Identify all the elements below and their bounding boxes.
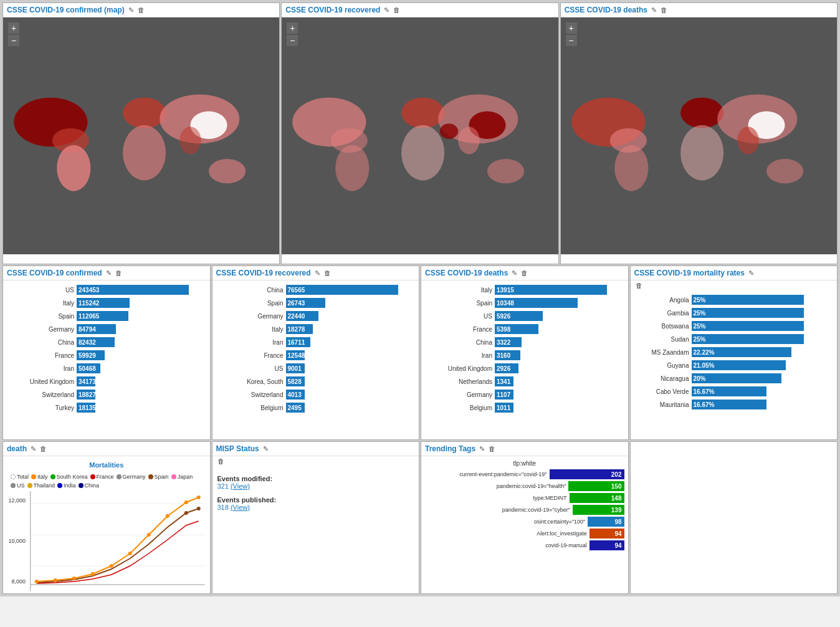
bar: 1341 bbox=[495, 376, 513, 386]
misp-edit[interactable]: ✎ bbox=[263, 445, 269, 453]
svg-point-30 bbox=[737, 127, 758, 154]
bar-value: 3160 bbox=[497, 352, 510, 359]
table-row: Belgium 2495 bbox=[217, 402, 414, 413]
map-confirmed-container: + − bbox=[3, 17, 279, 254]
svg-point-46 bbox=[197, 495, 201, 499]
bar-value: 26743 bbox=[288, 300, 305, 307]
bar-value: 2495 bbox=[288, 404, 302, 411]
empty-panel bbox=[630, 441, 838, 594]
misp-events-modified-link[interactable]: (View) bbox=[231, 482, 250, 490]
bar-label: Iran bbox=[217, 339, 286, 346]
map-recovered-zoom-in[interactable]: + bbox=[287, 22, 298, 34]
tag-bar: 148 bbox=[570, 493, 624, 503]
death-chart-edit[interactable]: ✎ bbox=[31, 445, 36, 453]
confirmed-bar-delete[interactable]: 🗑 bbox=[115, 269, 122, 277]
bar-wrap: 25% bbox=[692, 321, 833, 331]
recovered-bar-panel: CSSE COVID-19 recovered ✎ 🗑 China 76565 … bbox=[212, 266, 420, 440]
table-row: US 9001 bbox=[217, 363, 414, 374]
recovered-bar-title: CSSE COVID-19 recovered bbox=[216, 269, 311, 277]
table-row: China 76565 bbox=[217, 284, 414, 295]
tag-label: current-event:pandemic="covid-19" bbox=[425, 471, 550, 477]
trending-edit[interactable]: ✎ bbox=[479, 445, 485, 453]
legend-dot bbox=[11, 483, 16, 488]
trending-delete[interactable]: 🗑 bbox=[489, 445, 495, 452]
bar-value: 82432 bbox=[79, 339, 96, 346]
legend-label: India bbox=[64, 482, 76, 489]
map-recovered-zoom-out[interactable]: − bbox=[287, 35, 298, 46]
bar-label: US bbox=[426, 313, 495, 320]
mortality-delete[interactable]: 🗑 bbox=[631, 282, 642, 289]
legend-label: US bbox=[17, 482, 25, 489]
bar-value: 59929 bbox=[79, 352, 96, 359]
svg-point-5 bbox=[123, 125, 166, 181]
bar: 3160 bbox=[495, 350, 520, 360]
tag-bar: 94 bbox=[589, 529, 624, 538]
misp-events-published-link[interactable]: (View) bbox=[231, 504, 250, 511]
bar: 4013 bbox=[286, 390, 305, 400]
bar: 25% bbox=[692, 308, 804, 318]
y-label-10000: 10,000 bbox=[8, 538, 26, 544]
map-confirmed-edit[interactable]: ✎ bbox=[128, 6, 134, 14]
confirmed-bar-edit[interactable]: ✎ bbox=[106, 269, 112, 277]
bar-label: US bbox=[8, 287, 77, 294]
trending-panel: Trending Tags ✎ 🗑 tlp:white current-even… bbox=[421, 441, 629, 594]
bar: 34173 bbox=[77, 376, 95, 386]
trending-tags-list: current-event:pandemic="covid-19" 202 pa… bbox=[425, 469, 624, 550]
map-confirmed-delete[interactable]: 🗑 bbox=[138, 6, 145, 14]
map-confirmed-zoom-out[interactable]: − bbox=[8, 35, 19, 46]
legend-label: France bbox=[97, 474, 114, 480]
trending-header: Trending Tags ✎ 🗑 bbox=[421, 442, 628, 456]
misp-delete[interactable]: 🗑 bbox=[217, 457, 224, 465]
bar-label: Spain bbox=[426, 300, 495, 307]
deaths-bar-edit[interactable]: ✎ bbox=[512, 269, 517, 277]
list-item: Alert:loc_investigate 94 bbox=[425, 529, 624, 538]
svg-point-48 bbox=[197, 507, 201, 510]
recovered-bar-delete[interactable]: 🗑 bbox=[324, 269, 331, 277]
bar: 21.05% bbox=[692, 360, 786, 370]
legend-item: India bbox=[57, 482, 76, 489]
bar: 2495 bbox=[286, 403, 305, 413]
bar-value: 1107 bbox=[497, 391, 510, 398]
bar-label: Cabo Verde bbox=[636, 388, 692, 395]
bar-value: 3322 bbox=[497, 339, 510, 346]
map-deaths-container: + − bbox=[561, 17, 837, 254]
map-deaths-delete[interactable]: 🗑 bbox=[661, 6, 667, 14]
death-chart-delete[interactable]: 🗑 bbox=[40, 445, 47, 452]
bar: 1107 bbox=[495, 390, 513, 400]
svg-point-38 bbox=[54, 578, 57, 582]
map-recovered-edit[interactable]: ✎ bbox=[384, 6, 389, 14]
recovered-bar-edit[interactable]: ✎ bbox=[315, 269, 320, 277]
misp-events-published-value-row: 318 (View) bbox=[217, 504, 414, 511]
bar-wrap: 18827 bbox=[77, 390, 205, 400]
bar-value: 76565 bbox=[288, 287, 305, 294]
svg-point-47 bbox=[184, 511, 188, 515]
bar-label: United Kingdom bbox=[8, 378, 77, 385]
table-row: Iran 50468 bbox=[8, 363, 205, 374]
svg-point-20 bbox=[440, 123, 459, 139]
map-recovered-container: + − bbox=[282, 17, 558, 254]
bar-wrap: 1107 bbox=[495, 390, 623, 400]
map-confirmed-zoom-in[interactable]: + bbox=[8, 22, 19, 34]
map-recovered-delete[interactable]: 🗑 bbox=[393, 6, 400, 14]
bar: 26743 bbox=[286, 298, 325, 308]
table-row: Germany 22440 bbox=[217, 310, 414, 322]
map-recovered-svg bbox=[282, 17, 558, 254]
bar: 59929 bbox=[77, 350, 105, 360]
tag-label: pandemic:covid-19="cyber" bbox=[425, 507, 573, 513]
bar: 84794 bbox=[77, 324, 116, 334]
map-confirmed-title: CSSE COVID-19 confirmed (map) bbox=[7, 6, 125, 14]
bar: 112065 bbox=[77, 311, 128, 321]
table-row: Gambia 25% bbox=[636, 307, 833, 318]
svg-rect-31 bbox=[31, 491, 205, 591]
bar-label: Iran bbox=[8, 365, 77, 372]
map-deaths-zoom-out[interactable]: − bbox=[566, 35, 577, 46]
svg-point-4 bbox=[123, 97, 166, 128]
mortality-edit[interactable]: ✎ bbox=[748, 269, 754, 277]
deaths-bar-delete[interactable]: 🗑 bbox=[521, 269, 528, 277]
map-deaths-zoom-in[interactable]: + bbox=[566, 22, 577, 34]
svg-point-25 bbox=[680, 97, 723, 128]
map-deaths-edit[interactable]: ✎ bbox=[651, 6, 657, 14]
bar-value: 2926 bbox=[497, 365, 510, 372]
bar-wrap: 115242 bbox=[77, 298, 205, 308]
bar: 1011 bbox=[495, 403, 513, 413]
